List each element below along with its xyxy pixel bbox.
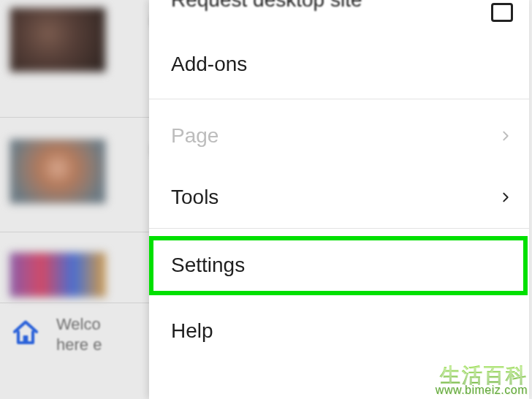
chevron-right-icon [500, 191, 512, 203]
svg-rect-0 [23, 335, 28, 343]
divider [0, 303, 149, 303]
menu-item-page[interactable]: Page [149, 105, 529, 167]
menu-item-label: Page [171, 124, 218, 148]
menu-item-label: Help [171, 319, 213, 343]
home-icon [11, 317, 40, 346]
watermark-url: www.bimeiz.com [436, 384, 528, 396]
welcome-text-line2: here e [56, 335, 102, 354]
welcome-text-line1: Welco [56, 315, 101, 333]
menu-item-label: Add-ons [171, 53, 247, 76]
menu-item-label: Tools [171, 186, 218, 209]
thumbnail [10, 7, 106, 72]
menu-item-request-desktop-site[interactable]: Request desktop site [149, 0, 529, 29]
chevron-right-icon [500, 130, 512, 142]
checkbox-icon[interactable] [491, 3, 513, 22]
thumbnail [10, 252, 106, 297]
menu-item-label: Request desktop site [171, 0, 362, 12]
menu-item-label: Settings [171, 254, 245, 277]
overflow-menu: Request desktop site Add-ons Page Tools [149, 0, 529, 399]
menu-item-settings[interactable]: Settings [149, 235, 529, 296]
divider [0, 117, 149, 118]
divider [0, 232, 149, 232]
menu-item-addons[interactable]: Add-ons [149, 29, 529, 99]
watermark: 生活百科 www.bimeiz.com [436, 365, 528, 396]
menu-item-tools[interactable]: Tools [149, 167, 529, 228]
menu-item-help[interactable]: Help [149, 296, 529, 365]
thumbnail [10, 139, 106, 204]
watermark-title: 生活百科 [436, 365, 528, 386]
